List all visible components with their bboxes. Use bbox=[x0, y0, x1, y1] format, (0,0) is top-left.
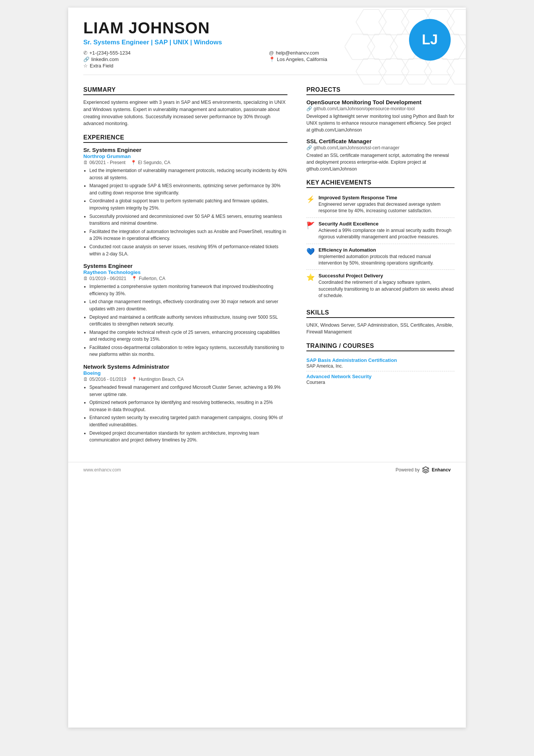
achievement-desc-3: Implemented automation protocols that re… bbox=[319, 254, 454, 267]
job-block-3: Network Systems Administrator Boeing 🗓 0… bbox=[83, 363, 287, 444]
skills-section: SKILLS UNIX, Windows Server, SAP Adminis… bbox=[306, 309, 454, 336]
achievement-desc-4: Coordinated the retirement of a legacy s… bbox=[319, 279, 454, 299]
job-bullets-1: Led the implementation of vulnerability … bbox=[83, 167, 287, 257]
bullet-3-4: Developed project documentation standard… bbox=[89, 430, 287, 444]
achievement-4: ⭐ Successful Project Delivery Coordinate… bbox=[306, 270, 454, 302]
contact-extra: ☆ Extra Field bbox=[83, 63, 269, 69]
job-title-2: Systems Engineer bbox=[83, 263, 287, 269]
header-section: LIAM JOHNSON Sr. Systems Engineer | SAP … bbox=[68, 8, 466, 75]
location-icon: 📍 bbox=[269, 56, 275, 62]
bullet-2-1: Implemented a comprehensive system monit… bbox=[89, 283, 287, 297]
email-icon: @ bbox=[269, 50, 274, 56]
phone-icon: ✆ bbox=[83, 50, 87, 56]
powered-by-label: Powered by bbox=[396, 467, 420, 473]
achievement-title-3: Efficiency in Automation bbox=[319, 247, 454, 253]
job-date-2: 🗓 01/2019 - 06/2021 bbox=[83, 276, 126, 281]
achievement-icon-2: 🚩 bbox=[306, 221, 315, 241]
experience-title: EXPERIENCE bbox=[83, 134, 287, 143]
calendar-icon-2: 🗓 bbox=[83, 276, 88, 281]
left-column: SUMMARY Experienced systems engineer wit… bbox=[68, 75, 299, 462]
bullet-2-4: Managed the complete technical refresh c… bbox=[89, 329, 287, 343]
achievement-title-4: Successful Project Delivery bbox=[319, 273, 454, 279]
candidate-name: LIAM JOHNSON bbox=[83, 19, 454, 37]
resume-container: LJ LIAM JOHNSON Sr. Systems Engineer | S… bbox=[68, 8, 466, 728]
achievement-content-3: Efficiency in Automation Implemented aut… bbox=[319, 247, 454, 267]
bullet-3-1: Spearheaded firewall management and conf… bbox=[89, 384, 287, 398]
job-block-2: Systems Engineer Raytheon Technologies 🗓… bbox=[83, 263, 287, 358]
project-link-1: 🔗 github.com/LiamJohnson/opensource-moni… bbox=[306, 106, 454, 111]
training-section: TRAINING / COURSES SAP Basis Administrat… bbox=[306, 343, 454, 387]
contact-linkedin: 🔗 linkedin.com bbox=[83, 56, 269, 62]
job-title-3: Network Systems Administrator bbox=[83, 363, 287, 370]
footer-brand: Powered by Enhancv bbox=[396, 466, 451, 474]
training-course-1: SAP Basis Administration Certification bbox=[306, 357, 454, 363]
location-icon-2: 📍 bbox=[131, 276, 137, 281]
job-company-1: Northrop Grumman bbox=[83, 153, 287, 159]
bullet-1-2: Managed project to upgrade SAP & MES env… bbox=[89, 182, 287, 196]
project-title-2: SSL Certificate Manager bbox=[306, 138, 454, 144]
project-desc-2: Created an SSL certificate management sc… bbox=[306, 152, 454, 172]
calendar-icon-3: 🗓 bbox=[83, 377, 88, 382]
calendar-icon-1: 🗓 bbox=[83, 160, 88, 165]
job-bullets-2: Implemented a comprehensive system monit… bbox=[83, 283, 287, 358]
candidate-title: Sr. Systems Engineer | SAP | UNIX | Wind… bbox=[83, 39, 454, 46]
training-org-2: Coursera bbox=[306, 380, 454, 385]
skills-title: SKILLS bbox=[306, 309, 454, 318]
enhancv-logo-icon bbox=[422, 466, 429, 474]
achievement-2: 🚩 Security Audit Excellence Achieved a 9… bbox=[306, 218, 454, 244]
link-icon-1: 🔗 bbox=[306, 106, 312, 111]
project-desc-1: Developed a lightweight server monitorin… bbox=[306, 113, 454, 133]
job-title-1: Sr. Systems Engineer bbox=[83, 147, 287, 153]
training-block-1: SAP Basis Administration Certification S… bbox=[306, 355, 454, 371]
bullet-2-5: Facilitated cross-departmental collabora… bbox=[89, 344, 287, 358]
summary-section: SUMMARY Experienced systems engineer wit… bbox=[83, 86, 287, 127]
bullet-3-2: Optimized network performance by identif… bbox=[89, 399, 287, 413]
achievement-title-2: Security Audit Excellence bbox=[319, 221, 454, 227]
job-company-2: Raytheon Technologies bbox=[83, 269, 287, 275]
job-bullets-3: Spearheaded firewall management and conf… bbox=[83, 384, 287, 444]
achievement-3: 💙 Efficiency in Automation Implemented a… bbox=[306, 244, 454, 270]
achievement-icon-4: ⭐ bbox=[306, 273, 315, 299]
project-block-2: SSL Certificate Manager 🔗 github.com/Lia… bbox=[306, 138, 454, 172]
achievement-desc-2: Achieved a 99% compliance rate in annual… bbox=[319, 227, 454, 241]
projects-section: PROJECTS OpenSource Monitoring Tool Deve… bbox=[306, 86, 454, 172]
linkedin-icon: 🔗 bbox=[83, 56, 89, 62]
footer-website: www.enhancv.com bbox=[83, 467, 121, 473]
location-icon-3: 📍 bbox=[131, 377, 137, 382]
job-location-2: 📍 Fullerton, CA bbox=[131, 276, 165, 281]
right-column: PROJECTS OpenSource Monitoring Tool Deve… bbox=[299, 75, 466, 462]
bullet-1-4: Successfully provisioned and decommissio… bbox=[89, 213, 287, 227]
achievement-content-4: Successful Project Delivery Coordinated … bbox=[319, 273, 454, 299]
job-location-3: 📍 Huntington Beach, CA bbox=[131, 377, 184, 382]
training-title: TRAINING / COURSES bbox=[306, 343, 454, 351]
bullet-2-3: Deployed and maintained a certificate au… bbox=[89, 314, 287, 328]
job-date-3: 🗓 05/2016 - 01/2019 bbox=[83, 377, 126, 382]
summary-text: Experienced systems engineer with 3 year… bbox=[83, 99, 287, 127]
link-icon-2: 🔗 bbox=[306, 145, 312, 150]
training-course-2: Advanced Network Security bbox=[306, 374, 454, 379]
job-block-1: Sr. Systems Engineer Northrop Grumman 🗓 … bbox=[83, 147, 287, 257]
achievement-icon-1: ⚡ bbox=[306, 195, 315, 214]
bullet-3-3: Enhanced system security by executing ta… bbox=[89, 414, 287, 428]
job-meta-1: 🗓 06/2021 - Present 📍 El Segundo, CA bbox=[83, 160, 287, 165]
achievement-1: ⚡ Improved System Response Time Engineer… bbox=[306, 192, 454, 218]
avatar-initials: LJ bbox=[422, 32, 438, 48]
training-block-2: Advanced Network Security Coursera bbox=[306, 371, 454, 387]
job-meta-3: 🗓 05/2016 - 01/2019 📍 Huntington Beach, … bbox=[83, 377, 287, 382]
bullet-1-1: Led the implementation of vulnerability … bbox=[89, 167, 287, 181]
bullet-1-5: Facilitated the integration of automatio… bbox=[89, 228, 287, 242]
bullet-1-3: Coordinated a global support team to per… bbox=[89, 197, 287, 211]
bullet-1-6: Conducted root cause analysis on server … bbox=[89, 243, 287, 257]
avatar: LJ bbox=[409, 19, 451, 61]
job-location-1: 📍 El Segundo, CA bbox=[131, 160, 170, 165]
projects-title: PROJECTS bbox=[306, 86, 454, 95]
contact-phone: ✆ +1-(234)-555-1234 bbox=[83, 50, 269, 56]
footer: www.enhancv.com Powered by Enhancv bbox=[68, 462, 466, 477]
location-icon-1: 📍 bbox=[131, 160, 136, 165]
bullet-2-2: Led change management meetings, effectiv… bbox=[89, 298, 287, 312]
brand-name: Enhancv bbox=[432, 467, 451, 473]
project-title-1: OpenSource Monitoring Tool Development bbox=[306, 99, 454, 105]
contact-grid: ✆ +1-(234)-555-1234 @ help@enhancv.com 🔗… bbox=[83, 50, 454, 69]
achievement-content-2: Security Audit Excellence Achieved a 99%… bbox=[319, 221, 454, 241]
achievement-icon-3: 💙 bbox=[306, 247, 315, 267]
